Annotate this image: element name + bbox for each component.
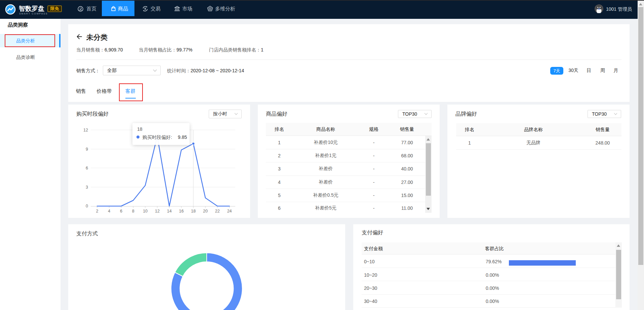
svg-text:20: 20 xyxy=(203,209,208,214)
svg-text:24: 24 xyxy=(227,209,232,214)
svg-text:18: 18 xyxy=(191,209,196,214)
svg-text:16: 16 xyxy=(179,209,184,214)
svg-text:10: 10 xyxy=(143,209,148,214)
svg-text:4: 4 xyxy=(108,209,110,214)
svg-text:9: 9 xyxy=(86,147,88,152)
svg-text:12: 12 xyxy=(83,128,88,132)
svg-text:6: 6 xyxy=(86,166,88,170)
svg-text:12: 12 xyxy=(155,209,160,214)
svg-text:2: 2 xyxy=(96,209,98,214)
svg-text:0: 0 xyxy=(86,204,88,208)
svg-text:6: 6 xyxy=(120,209,122,214)
svg-text:3: 3 xyxy=(86,185,88,190)
svg-text:22: 22 xyxy=(215,209,220,214)
svg-text:8: 8 xyxy=(132,209,134,214)
svg-text:14: 14 xyxy=(167,209,172,214)
